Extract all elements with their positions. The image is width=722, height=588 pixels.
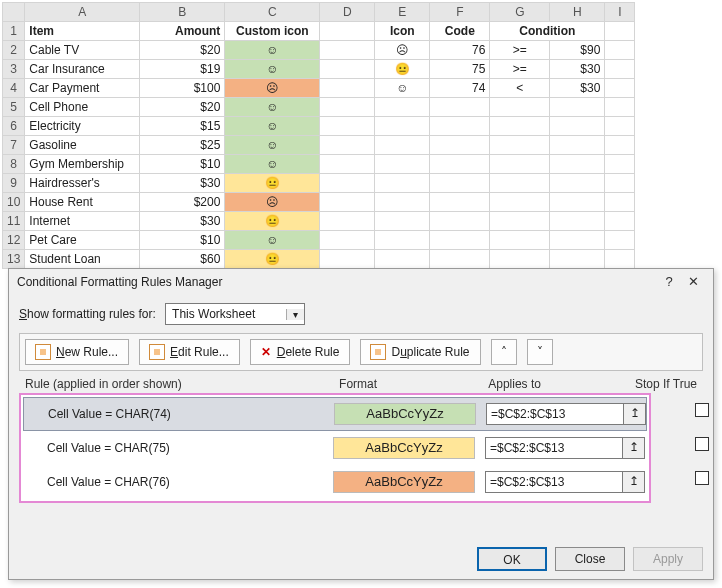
header-cell[interactable]: Code bbox=[430, 22, 490, 41]
cell[interactable] bbox=[490, 193, 550, 212]
cell[interactable] bbox=[490, 212, 550, 231]
cell[interactable] bbox=[375, 174, 430, 193]
cell[interactable]: ☺ bbox=[225, 155, 320, 174]
cell[interactable] bbox=[375, 212, 430, 231]
cell[interactable] bbox=[320, 117, 375, 136]
cell[interactable] bbox=[320, 98, 375, 117]
cell[interactable] bbox=[550, 193, 605, 212]
row-header[interactable]: 2 bbox=[3, 41, 25, 60]
cell[interactable]: ☺ bbox=[225, 41, 320, 60]
cell[interactable]: Hairdresser's bbox=[25, 174, 140, 193]
cell[interactable] bbox=[430, 117, 490, 136]
cell[interactable] bbox=[550, 231, 605, 250]
cell[interactable]: $20 bbox=[140, 41, 225, 60]
cell[interactable] bbox=[550, 174, 605, 193]
cell[interactable]: 😐 bbox=[225, 250, 320, 269]
cell[interactable]: Electricity bbox=[25, 117, 140, 136]
header-cell[interactable] bbox=[605, 22, 635, 41]
cell[interactable] bbox=[430, 98, 490, 117]
cell[interactable]: 75 bbox=[430, 60, 490, 79]
cell[interactable]: $19 bbox=[140, 60, 225, 79]
cell[interactable]: Gasoline bbox=[25, 136, 140, 155]
row-header[interactable]: 1 bbox=[3, 22, 25, 41]
row-header[interactable]: 13 bbox=[3, 250, 25, 269]
cell[interactable]: $100 bbox=[140, 79, 225, 98]
cell[interactable]: $10 bbox=[140, 231, 225, 250]
cell[interactable]: $30 bbox=[140, 212, 225, 231]
cell[interactable] bbox=[605, 98, 635, 117]
cell[interactable]: Cell Phone bbox=[25, 98, 140, 117]
cell[interactable] bbox=[375, 155, 430, 174]
cell[interactable]: 😐 bbox=[225, 174, 320, 193]
cell[interactable]: ☺ bbox=[225, 136, 320, 155]
cell[interactable]: $200 bbox=[140, 193, 225, 212]
row-header[interactable]: 9 bbox=[3, 174, 25, 193]
cell[interactable]: $30 bbox=[550, 60, 605, 79]
cell[interactable]: >= bbox=[490, 41, 550, 60]
column-header[interactable]: E bbox=[375, 3, 430, 22]
cell[interactable] bbox=[550, 98, 605, 117]
cell[interactable] bbox=[430, 231, 490, 250]
cell[interactable] bbox=[490, 174, 550, 193]
cell[interactable]: ☺ bbox=[375, 79, 430, 98]
cell[interactable] bbox=[375, 250, 430, 269]
cell[interactable]: Cable TV bbox=[25, 41, 140, 60]
row-header[interactable]: 8 bbox=[3, 155, 25, 174]
cell[interactable] bbox=[605, 79, 635, 98]
cell[interactable]: ☺ bbox=[225, 60, 320, 79]
cell[interactable] bbox=[430, 193, 490, 212]
cell[interactable] bbox=[490, 155, 550, 174]
cell[interactable] bbox=[430, 250, 490, 269]
cell[interactable] bbox=[605, 136, 635, 155]
cell[interactable] bbox=[605, 193, 635, 212]
column-header[interactable]: G bbox=[490, 3, 550, 22]
cell[interactable]: $60 bbox=[140, 250, 225, 269]
cell[interactable] bbox=[550, 136, 605, 155]
cell[interactable] bbox=[605, 250, 635, 269]
cell[interactable]: ☹ bbox=[225, 193, 320, 212]
cell[interactable]: $20 bbox=[140, 98, 225, 117]
cell[interactable] bbox=[320, 250, 375, 269]
cell[interactable]: Car Payment bbox=[25, 79, 140, 98]
cell[interactable] bbox=[490, 117, 550, 136]
cell[interactable] bbox=[320, 41, 375, 60]
cell[interactable]: ☺ bbox=[225, 98, 320, 117]
cell[interactable] bbox=[375, 231, 430, 250]
cell[interactable] bbox=[320, 60, 375, 79]
cell[interactable] bbox=[550, 212, 605, 231]
cell[interactable]: Gym Membership bbox=[25, 155, 140, 174]
cell[interactable] bbox=[605, 41, 635, 60]
cell[interactable] bbox=[490, 250, 550, 269]
column-header[interactable]: I bbox=[605, 3, 635, 22]
cell[interactable] bbox=[550, 250, 605, 269]
cell[interactable]: 😐 bbox=[225, 212, 320, 231]
cell[interactable] bbox=[430, 136, 490, 155]
cell[interactable] bbox=[605, 231, 635, 250]
row-header[interactable]: 3 bbox=[3, 60, 25, 79]
cell[interactable] bbox=[320, 212, 375, 231]
cell[interactable]: ☹ bbox=[375, 41, 430, 60]
cell[interactable] bbox=[605, 212, 635, 231]
cell[interactable] bbox=[375, 193, 430, 212]
cell[interactable]: $15 bbox=[140, 117, 225, 136]
column-header[interactable] bbox=[3, 3, 25, 22]
cell[interactable] bbox=[320, 79, 375, 98]
cell[interactable]: $25 bbox=[140, 136, 225, 155]
column-header[interactable]: H bbox=[550, 3, 605, 22]
column-header[interactable]: D bbox=[320, 3, 375, 22]
row-header[interactable]: 7 bbox=[3, 136, 25, 155]
row-header[interactable]: 10 bbox=[3, 193, 25, 212]
header-cell[interactable]: Custom icon bbox=[225, 22, 320, 41]
row-header[interactable]: 4 bbox=[3, 79, 25, 98]
cell[interactable]: ☺ bbox=[225, 231, 320, 250]
cell[interactable] bbox=[490, 136, 550, 155]
cell[interactable]: Car Insurance bbox=[25, 60, 140, 79]
cell[interactable] bbox=[375, 117, 430, 136]
cell[interactable] bbox=[550, 155, 605, 174]
cell[interactable] bbox=[320, 193, 375, 212]
cell[interactable]: Pet Care bbox=[25, 231, 140, 250]
row-header[interactable]: 5 bbox=[3, 98, 25, 117]
cell[interactable]: $30 bbox=[140, 174, 225, 193]
cell[interactable]: Student Loan bbox=[25, 250, 140, 269]
cell[interactable] bbox=[550, 117, 605, 136]
